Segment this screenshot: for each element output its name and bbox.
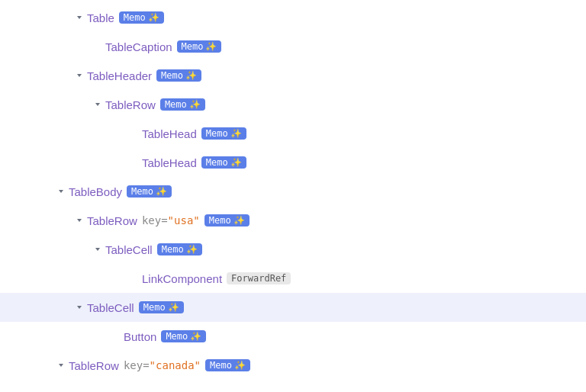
sparkle-icon: ✨ bbox=[185, 70, 197, 81]
tree-arrow-icon[interactable] bbox=[92, 243, 104, 255]
sparkle-icon: ✨ bbox=[168, 302, 179, 313]
badge-forwardref[interactable]: ForwardRef bbox=[227, 272, 291, 284]
sparkle-icon: ✨ bbox=[190, 331, 201, 342]
sparkle-icon: ✨ bbox=[230, 128, 242, 139]
tree-row-table-body[interactable]: TableBodyMemo✨ bbox=[0, 177, 586, 206]
tree-arrow-icon[interactable] bbox=[92, 98, 104, 111]
badge-label: ForwardRef bbox=[231, 273, 286, 284]
badge-label: Memo bbox=[166, 331, 188, 342]
node-name-table-body: TableBody bbox=[69, 185, 122, 198]
badge-label: Memo bbox=[161, 70, 183, 81]
badge-memo[interactable]: Memo✨ bbox=[205, 359, 250, 371]
tree-row-table-row-canada[interactable]: TableRow key="canada"Memo✨ bbox=[0, 351, 586, 380]
node-name-link-component: LinkComponent bbox=[142, 272, 222, 285]
key-attr-value: "usa" bbox=[168, 214, 200, 227]
tree-row-table-cell-2[interactable]: TableCellMemo✨ bbox=[0, 293, 586, 322]
node-name-table-row-header: TableRow bbox=[105, 98, 156, 111]
key-attr-name: key= bbox=[124, 359, 150, 371]
tree-row-link-component[interactable]: LinkComponentForwardRef bbox=[0, 264, 586, 293]
key-attr-name: key= bbox=[142, 214, 168, 227]
badge-memo[interactable]: Memo✨ bbox=[160, 98, 205, 111]
tree-row-table-row-header[interactable]: TableRowMemo✨ bbox=[0, 90, 586, 119]
arrow-placeholder bbox=[128, 272, 140, 284]
badge-memo[interactable]: Memo✨ bbox=[127, 185, 172, 198]
sparkle-icon: ✨ bbox=[233, 215, 245, 226]
tree-row-table-head-2[interactable]: TableHeadMemo✨ bbox=[0, 148, 586, 177]
component-tree: TableMemo✨TableCaptionMemo✨TableHeaderMe… bbox=[0, 0, 586, 392]
badge-label: Memo bbox=[143, 302, 166, 313]
badge-memo[interactable]: Memo✨ bbox=[201, 127, 246, 140]
sparkle-icon: ✨ bbox=[186, 244, 198, 255]
badge-memo[interactable]: Memo✨ bbox=[201, 156, 246, 169]
arrow-placeholder bbox=[110, 330, 122, 342]
badge-memo[interactable]: Memo✨ bbox=[161, 330, 206, 342]
sparkle-icon: ✨ bbox=[189, 99, 201, 110]
badge-label: Memo bbox=[209, 215, 231, 226]
sparkle-icon: ✨ bbox=[205, 41, 217, 52]
tree-arrow-icon[interactable] bbox=[73, 301, 85, 313]
node-name-table-cell-2: TableCell bbox=[87, 301, 134, 314]
node-name-table-row-usa: TableRow bbox=[87, 214, 137, 227]
tree-row-table-row-usa[interactable]: TableRow key="usa"Memo✨ bbox=[0, 206, 586, 235]
node-name-table-head-2: TableHead bbox=[142, 156, 197, 169]
tree-row-table-cell-1[interactable]: TableCellMemo✨ bbox=[0, 235, 586, 264]
tree-row-table-head-1[interactable]: TableHeadMemo✨ bbox=[0, 119, 586, 148]
tree-arrow-icon[interactable] bbox=[73, 69, 85, 82]
badge-label: Memo bbox=[206, 128, 228, 139]
arrow-placeholder bbox=[92, 40, 104, 53]
node-name-table-caption: TableCaption bbox=[105, 40, 172, 53]
badge-label: Memo bbox=[165, 99, 187, 110]
badge-label: Memo bbox=[206, 157, 228, 168]
tree-arrow-icon[interactable] bbox=[73, 11, 85, 24]
badge-memo[interactable]: Memo✨ bbox=[204, 214, 250, 227]
node-name-table: Table bbox=[87, 11, 114, 24]
tree-row-table-caption[interactable]: TableCaptionMemo✨ bbox=[0, 32, 586, 61]
sparkle-icon: ✨ bbox=[148, 12, 159, 23]
tree-row-table[interactable]: TableMemo✨ bbox=[0, 3, 586, 32]
badge-memo[interactable]: Memo✨ bbox=[177, 40, 222, 53]
badge-label: Memo bbox=[124, 12, 146, 23]
key-attribute: key="usa" bbox=[142, 214, 200, 227]
arrow-placeholder bbox=[128, 127, 140, 140]
tree-arrow-icon[interactable] bbox=[55, 359, 67, 371]
sparkle-icon: ✨ bbox=[230, 157, 242, 168]
badge-memo[interactable]: Memo✨ bbox=[119, 11, 164, 24]
badge-label: Memo bbox=[210, 360, 232, 371]
node-name-table-row-canada: TableRow bbox=[69, 359, 119, 372]
tree-row-button[interactable]: ButtonMemo✨ bbox=[0, 322, 586, 351]
node-name-table-cell-1: TableCell bbox=[105, 243, 153, 256]
sparkle-icon: ✨ bbox=[156, 186, 167, 197]
badge-memo[interactable]: Memo✨ bbox=[156, 69, 201, 82]
key-attr-value: "canada" bbox=[150, 359, 201, 371]
badge-label: Memo bbox=[131, 186, 153, 197]
badge-memo[interactable]: Memo✨ bbox=[139, 301, 184, 313]
tree-arrow-icon[interactable] bbox=[73, 214, 85, 227]
key-attribute: key="canada" bbox=[124, 359, 201, 371]
node-name-table-header: TableHeader bbox=[87, 69, 152, 82]
badge-memo[interactable]: Memo✨ bbox=[157, 243, 202, 255]
sparkle-icon: ✨ bbox=[234, 360, 246, 371]
badge-label: Memo bbox=[182, 41, 204, 52]
arrow-placeholder bbox=[128, 156, 140, 169]
tree-arrow-icon[interactable] bbox=[55, 185, 67, 198]
node-name-table-head-1: TableHead bbox=[142, 127, 197, 140]
node-name-button: Button bbox=[124, 330, 156, 343]
tree-row-table-header[interactable]: TableHeaderMemo✨ bbox=[0, 61, 586, 90]
badge-label: Memo bbox=[162, 244, 184, 255]
